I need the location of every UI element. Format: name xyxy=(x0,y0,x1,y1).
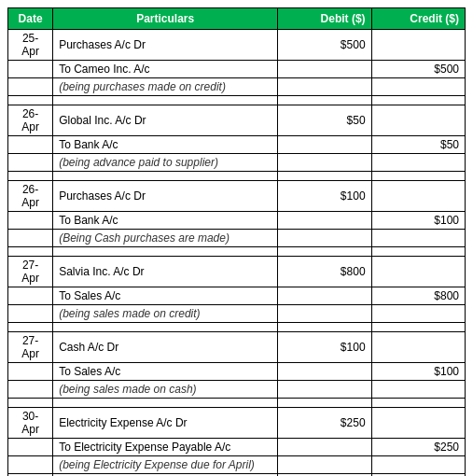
credit-cell xyxy=(371,154,465,172)
particulars-cell: To Sales A/c xyxy=(53,363,278,381)
particulars-cell: To Sales A/c xyxy=(53,287,278,305)
table-row: To Sales A/c$100 xyxy=(8,363,466,381)
date-cell xyxy=(8,381,53,399)
date-cell xyxy=(8,230,53,247)
credit-cell: $100 xyxy=(371,363,465,381)
header-debit: Debit ($) xyxy=(278,8,371,30)
header-date: Date xyxy=(8,8,53,30)
date-cell xyxy=(8,78,53,96)
debit-cell: $100 xyxy=(278,181,371,212)
table-row: (being sales made on cash) xyxy=(8,381,466,399)
credit-cell: $100 xyxy=(371,212,465,230)
debit-cell xyxy=(278,363,371,381)
credit-cell xyxy=(371,305,465,323)
table-row: (being purchases made on credit) xyxy=(8,78,466,96)
date-cell xyxy=(8,136,53,154)
debit-cell: $250 xyxy=(278,408,371,439)
debit-cell: $500 xyxy=(278,30,371,61)
table-row: (being Electricity Expense due for April… xyxy=(8,456,466,474)
header-particulars: Particulars xyxy=(53,8,278,30)
debit-cell xyxy=(278,456,371,474)
header-credit: Credit ($) xyxy=(371,8,465,30)
particulars-cell: To Bank A/c xyxy=(53,212,278,230)
debit-cell xyxy=(278,61,371,78)
date-cell xyxy=(8,287,53,305)
particulars-cell: (being advance paid to supplier) xyxy=(53,154,278,172)
date-cell xyxy=(8,154,53,172)
debit-cell xyxy=(278,287,371,305)
separator-row xyxy=(8,323,466,332)
credit-cell xyxy=(371,105,465,136)
debit-cell xyxy=(278,381,371,399)
credit-cell: $250 xyxy=(371,439,465,456)
debit-cell xyxy=(278,439,371,456)
date-cell xyxy=(8,61,53,78)
date-cell xyxy=(8,456,53,474)
credit-cell xyxy=(371,381,465,399)
separator-row xyxy=(8,96,466,105)
particulars-cell: (being purchases made on credit) xyxy=(53,78,278,96)
table-row: (Being Cash purchases are made) xyxy=(8,230,466,247)
credit-cell xyxy=(371,181,465,212)
credit-cell xyxy=(371,230,465,247)
debit-cell xyxy=(278,212,371,230)
particulars-cell: (being sales made on cash) xyxy=(53,381,278,399)
particulars-cell: (being Electricity Expense due for April… xyxy=(53,456,278,474)
date-cell: 25-Apr xyxy=(8,30,53,61)
table-row: To Electricity Expense Payable A/c$250 xyxy=(8,439,466,456)
credit-cell xyxy=(371,408,465,439)
debit-cell xyxy=(278,136,371,154)
table-row: 27-AprCash A/c Dr$100 xyxy=(8,332,466,363)
table-row: 26-AprPurchases A/c Dr$100 xyxy=(8,181,466,212)
particulars-cell: Salvia Inc. A/c Dr xyxy=(53,257,278,287)
table-row: To Cameo Inc. A/c$500 xyxy=(8,61,466,78)
particulars-cell: To Cameo Inc. A/c xyxy=(53,61,278,78)
table-row: 26-AprGlobal Inc. A/c Dr$50 xyxy=(8,105,466,136)
date-cell xyxy=(8,212,53,230)
credit-cell: $500 xyxy=(371,61,465,78)
separator-row xyxy=(8,399,466,408)
particulars-cell: Purchases A/c Dr xyxy=(53,30,278,61)
separator-row xyxy=(8,172,466,181)
debit-cell xyxy=(278,305,371,323)
table-row: To Bank A/c$100 xyxy=(8,212,466,230)
table-row: To Bank A/c$50 xyxy=(8,136,466,154)
credit-cell: $800 xyxy=(371,287,465,305)
credit-cell xyxy=(371,456,465,474)
debit-cell xyxy=(278,154,371,172)
date-cell xyxy=(8,363,53,381)
table-row: To Sales A/c$800 xyxy=(8,287,466,305)
debit-cell xyxy=(278,230,371,247)
date-cell: 26-Apr xyxy=(8,181,53,212)
table-row: (being sales made on credit) xyxy=(8,305,466,323)
debit-cell: $50 xyxy=(278,105,371,136)
date-cell xyxy=(8,305,53,323)
credit-cell: $50 xyxy=(371,136,465,154)
date-cell: 27-Apr xyxy=(8,332,53,363)
table-row: 30-AprElectricity Expense A/c Dr$250 xyxy=(8,408,466,439)
particulars-cell: (Being Cash purchases are made) xyxy=(53,230,278,247)
credit-cell xyxy=(371,30,465,61)
particulars-cell: Cash A/c Dr xyxy=(53,332,278,363)
debit-cell: $800 xyxy=(278,257,371,287)
particulars-cell: Global Inc. A/c Dr xyxy=(53,105,278,136)
table-row: 25-AprPurchases A/c Dr$500 xyxy=(8,30,466,61)
particulars-cell: Electricity Expense A/c Dr xyxy=(53,408,278,439)
date-cell xyxy=(8,439,53,456)
credit-cell xyxy=(371,78,465,96)
particulars-cell: (being sales made on credit) xyxy=(53,305,278,323)
table-row: 27-AprSalvia Inc. A/c Dr$800 xyxy=(8,257,466,287)
particulars-cell: Purchases A/c Dr xyxy=(53,181,278,212)
debit-cell: $100 xyxy=(278,332,371,363)
separator-row xyxy=(8,247,466,257)
date-cell: 30-Apr xyxy=(8,408,53,439)
credit-cell xyxy=(371,257,465,287)
credit-cell xyxy=(371,332,465,363)
journal-table: Date Particulars Debit ($) Credit ($) 25… xyxy=(7,7,466,476)
table-row: (being advance paid to supplier) xyxy=(8,154,466,172)
date-cell: 27-Apr xyxy=(8,257,53,287)
particulars-cell: To Bank A/c xyxy=(53,136,278,154)
particulars-cell: To Electricity Expense Payable A/c xyxy=(53,439,278,456)
debit-cell xyxy=(278,78,371,96)
date-cell: 26-Apr xyxy=(8,105,53,136)
